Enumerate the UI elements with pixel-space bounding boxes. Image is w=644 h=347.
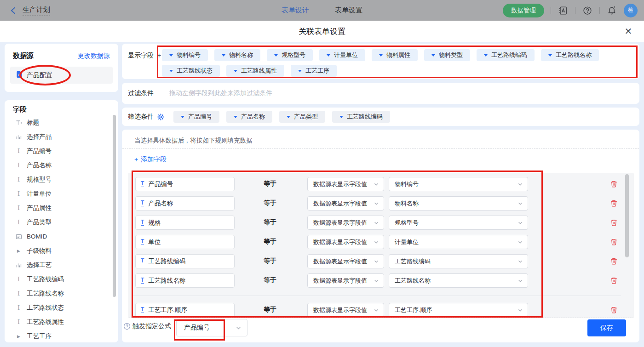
text-field-icon: I <box>15 276 22 283</box>
field-item-spec-model[interactable]: I 规格型号 <box>13 172 109 187</box>
display-field-tag[interactable]: 工艺工序 <box>291 65 337 77</box>
source-field-select[interactable]: 物料名称 <box>389 196 528 210</box>
trash-icon[interactable] <box>610 306 618 314</box>
related-form-settings-screen: 生产计划 表单设计 表单设置 数据管理 <box>0 0 644 347</box>
datasource-item-label: 产品配置 <box>27 71 52 80</box>
field-item-product-attr[interactable]: I 产品属性 <box>13 201 109 215</box>
field-item-route-attr[interactable]: I 工艺路线属性 <box>13 315 109 329</box>
source-type-value: 数据源表显示字段值 <box>313 199 367 208</box>
avatar[interactable]: 检 <box>624 4 638 17</box>
field-item-product-type[interactable]: I 产品类型 <box>13 215 109 229</box>
source-type-select[interactable]: 数据源表显示字段值 <box>307 196 384 210</box>
close-icon[interactable]: ✕ <box>623 26 634 37</box>
gear-icon[interactable] <box>157 114 164 120</box>
sift-field-tag[interactable]: 工艺路线编码 <box>332 111 390 123</box>
trash-icon[interactable] <box>610 199 618 207</box>
mapping-field-input[interactable]: T工艺工序.顺序 <box>135 303 235 317</box>
trigger-formula-select[interactable]: 产品编号 <box>176 319 247 336</box>
display-field-tag[interactable]: 物料类型 <box>424 49 470 61</box>
mapping-field-input[interactable]: T产品名称 <box>135 196 235 210</box>
mapping-field-input[interactable]: T单位 <box>135 235 235 249</box>
display-field-tag[interactable]: 工艺路线名称 <box>541 49 599 61</box>
trash-icon[interactable] <box>610 257 618 265</box>
tab-form-settings[interactable]: 表单设置 <box>335 6 362 15</box>
field-item-bomid[interactable]: BOMID <box>13 229 109 244</box>
chevron-down-icon <box>327 54 330 57</box>
field-item-route-name[interactable]: I 工艺路线名称 <box>13 286 109 301</box>
field-item-unit[interactable]: I 计量单位 <box>13 187 109 201</box>
tab-form-design[interactable]: 表单设计 <box>282 6 309 15</box>
mapping-scrollbar[interactable] <box>625 174 629 257</box>
source-field-select[interactable]: 工艺工序.顺序 <box>389 303 528 317</box>
sidebar-scrollbar[interactable] <box>113 115 116 297</box>
field-item-route-code[interactable]: I 工艺路线编码 <box>13 272 109 286</box>
source-type-select[interactable]: 数据源表显示字段值 <box>307 216 384 230</box>
source-type-select[interactable]: 数据源表显示字段值 <box>307 235 384 249</box>
field-item-product-code[interactable]: I 产品编号 <box>13 144 109 158</box>
trash-icon[interactable] <box>610 238 618 246</box>
add-field-label: 添加字段 <box>141 155 167 164</box>
chevron-down-icon <box>287 116 290 118</box>
source-type-select[interactable]: 数据源表显示字段值 <box>307 254 384 268</box>
change-datasource-link[interactable]: 更改数据源 <box>78 52 110 60</box>
field-item-product-name[interactable]: I 产品名称 <box>13 158 109 172</box>
mapping-field-input[interactable]: T规格 <box>135 216 235 230</box>
source-field-select[interactable]: 工艺路线编码 <box>389 254 528 268</box>
source-type-select[interactable]: 数据源表显示字段值 <box>307 273 384 288</box>
display-field-tag[interactable]: 物料名称 <box>214 49 260 61</box>
display-field-tag[interactable]: 工艺路线属性 <box>226 65 284 77</box>
field-item-select-process[interactable]: 选择工艺 <box>13 258 109 272</box>
datasource-item-product-config[interactable]: 产品配置 <box>10 67 113 84</box>
display-field-tag[interactable]: 计量单位 <box>319 49 365 61</box>
mapping-field-input[interactable]: T工艺路线名称 <box>135 273 235 288</box>
add-display-field-button[interactable]: + <box>157 51 161 60</box>
text-input-icon: T <box>141 239 144 245</box>
source-type-select[interactable]: 数据源表显示字段值 <box>307 303 384 317</box>
add-field-link[interactable]: + 添加字段 <box>134 155 167 164</box>
trash-icon[interactable] <box>610 180 618 188</box>
display-field-tag[interactable]: 规格型号 <box>267 49 313 61</box>
field-item-label: 标题 <box>27 119 39 127</box>
source-type-select[interactable]: 数据源表显示字段值 <box>307 177 384 191</box>
tag-label: 产品编号 <box>188 113 212 121</box>
trash-icon[interactable] <box>610 277 618 284</box>
field-item-child-material[interactable]: ▶ 子级物料 <box>13 244 109 258</box>
sift-label: 筛选条件 <box>128 113 154 121</box>
sift-field-tag[interactable]: 产品类型 <box>279 111 325 123</box>
text-field-icon: I <box>15 319 22 325</box>
display-field-tag[interactable]: 工艺路线编码 <box>477 49 535 61</box>
display-field-tag[interactable]: 物料编号 <box>162 49 208 61</box>
source-field-select[interactable]: 工艺路线名称 <box>389 273 528 288</box>
save-button[interactable]: 保存 <box>587 319 626 336</box>
bell-icon[interactable] <box>606 5 617 16</box>
text-field-icon: I <box>15 290 22 297</box>
filter-drop-placeholder[interactable]: 拖动左侧字段到此处来添加过滤条件 <box>169 89 272 97</box>
contacts-book-icon[interactable] <box>558 5 569 16</box>
sift-field-tag[interactable]: 产品编号 <box>173 111 219 123</box>
chevron-down-icon <box>518 278 523 284</box>
field-item-route-status[interactable]: I 工艺路线状态 <box>13 301 109 315</box>
display-fields-label: 显示字段 <box>128 51 154 60</box>
trash-icon[interactable] <box>610 219 618 227</box>
text-input-icon: T <box>141 181 144 187</box>
help-circle-icon[interactable] <box>123 323 131 330</box>
mapping-field-input[interactable]: T工艺路线编码 <box>135 254 235 268</box>
source-field-select[interactable]: 物料编号 <box>389 177 528 191</box>
field-item-select-product[interactable]: 选择产品 <box>13 130 109 144</box>
field-item-title[interactable]: 标题 <box>13 115 109 130</box>
help-icon[interactable] <box>582 5 593 16</box>
source-field-select[interactable]: 计量单位 <box>389 235 528 249</box>
field-item-process-step[interactable]: ▶ 工艺工序 <box>13 329 109 343</box>
display-field-tag[interactable]: 物料属性 <box>372 49 418 61</box>
operator-label: 等于 <box>264 218 276 227</box>
display-field-tag[interactable]: 工艺路线状态 <box>162 65 220 77</box>
data-manage-button[interactable]: 数据管理 <box>503 4 544 17</box>
chevron-down-icon <box>379 54 383 57</box>
chevron-down-icon <box>374 278 379 284</box>
sift-field-tag[interactable]: 产品名称 <box>226 111 272 123</box>
chevron-down-icon <box>518 307 523 313</box>
source-field-select[interactable]: 规格型号 <box>389 216 528 230</box>
tag-label: 计量单位 <box>334 51 358 59</box>
mapping-field-input[interactable]: T产品编号 <box>135 177 235 191</box>
tag-label: 产品类型 <box>294 113 318 121</box>
